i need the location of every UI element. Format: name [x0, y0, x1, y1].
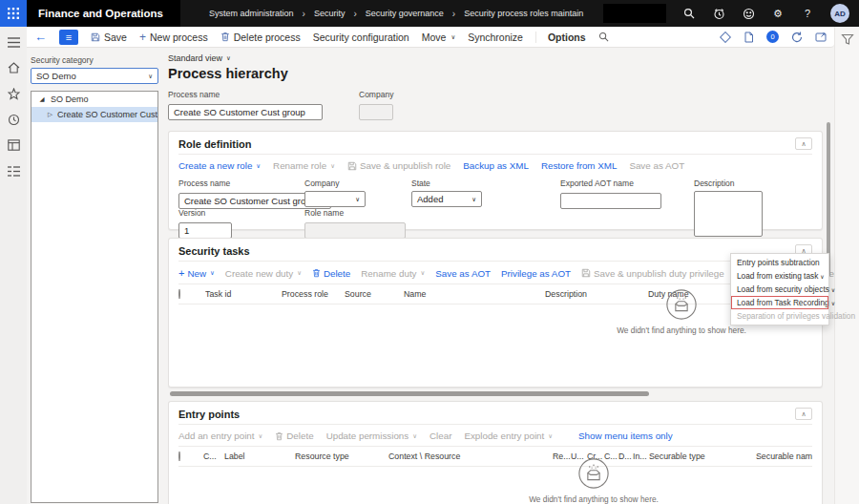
expand-menu-hamburger-icon[interactable]	[6, 34, 21, 50]
back-arrow-icon[interactable]: ←	[34, 30, 47, 44]
tree-expanded-icon[interactable]: ◢	[38, 95, 46, 103]
column-header[interactable]: Label	[224, 452, 295, 461]
add-an-entry-point-button[interactable]: Add an entry point∨	[178, 430, 262, 441]
tree-collapsed-icon[interactable]: ▷	[48, 111, 52, 118]
toolbar-search-icon[interactable]	[598, 32, 609, 42]
process-name-input[interactable]	[168, 104, 323, 120]
top-navigation-bar: Finance and Operations System administra…	[0, 0, 859, 27]
share-icon[interactable]	[720, 32, 731, 43]
column-header[interactable]: Resource type	[295, 452, 388, 461]
create-a-new-role-button[interactable]: Create a new role∨	[178, 160, 261, 171]
rename-duty-button[interactable]: Rename duty∨	[361, 268, 425, 279]
load-from-task-recording-menu-item[interactable]: Load from Task Recording∨	[731, 296, 828, 309]
backup-as-xml-button[interactable]: Backup as XML	[463, 160, 529, 171]
breadcrumb-item[interactable]: Security	[314, 9, 346, 18]
button-label: New	[187, 268, 206, 279]
update-permissions-button[interactable]: Update permissions∨	[326, 430, 417, 441]
action-pane-toolbar: ← ≡ Save + New process Delete process Se…	[27, 27, 834, 48]
app-title: Finance and Operations	[38, 8, 163, 19]
workspaces-icon[interactable]	[6, 137, 21, 153]
delete-process-button[interactable]: Delete process	[220, 32, 301, 43]
feedback-smiley-icon[interactable]	[742, 7, 755, 20]
security-configuration-button[interactable]: Security configuration	[313, 32, 409, 43]
exported-aot-name-input[interactable]	[560, 193, 661, 209]
role-definition-toolbar: Create a new role∨ Rename role∨ Save & u…	[178, 155, 812, 176]
notification-count-badge[interactable]: 0	[766, 31, 779, 43]
column-header[interactable]: Task id	[205, 289, 282, 299]
security-category-label: Security category	[31, 55, 158, 65]
delete-entry-point-button[interactable]: Delete	[275, 430, 313, 441]
entry-points-subtraction-menu-item[interactable]: Entry points subtraction	[731, 256, 828, 269]
plus-icon: +	[139, 31, 146, 44]
settings-gear-icon[interactable]: ⚙	[771, 7, 785, 20]
breadcrumb-item[interactable]: Security governance	[366, 9, 444, 18]
column-header[interactable]: Name	[404, 289, 545, 299]
security-category-select[interactable]: SO Demo ∨	[31, 68, 158, 84]
delete-task-button[interactable]: Delete	[312, 268, 350, 279]
chevron-down-icon: ∨	[421, 269, 426, 277]
description-textarea[interactable]	[694, 191, 763, 237]
refresh-icon[interactable]	[791, 32, 803, 43]
show-menu-items-only-button[interactable]: Show menu items only	[578, 430, 673, 441]
move-menu-button[interactable]: Move ∨	[422, 32, 455, 43]
state-select[interactable]: Added ∨	[411, 191, 482, 207]
tree-node-root[interactable]: ◢ SO Demo	[31, 92, 157, 107]
company-label: Company	[304, 178, 366, 188]
company-input	[359, 104, 393, 120]
clear-button[interactable]: Clear	[430, 430, 451, 441]
move-label: Move	[422, 32, 447, 43]
button-label: Explode entry point	[464, 430, 544, 441]
privilege-as-aot-button[interactable]: Privilege as AOT	[501, 268, 571, 279]
version-input[interactable]	[178, 222, 232, 239]
home-icon[interactable]	[6, 60, 21, 75]
search-icon[interactable]	[682, 7, 696, 20]
main-content: Standard view ∨ Process hierarchy Proces…	[168, 48, 823, 504]
load-from-existing-task-menu-item[interactable]: Load from existing task∨	[731, 269, 828, 283]
collapse-section-button[interactable]: ∧	[795, 137, 812, 150]
help-icon[interactable]: ?	[801, 7, 814, 20]
select-all-radio[interactable]	[178, 452, 180, 461]
column-header[interactable]: Process role	[282, 289, 345, 299]
column-header[interactable]: C...	[203, 452, 224, 461]
new-process-button[interactable]: + New process	[139, 31, 208, 44]
modules-menu-icon[interactable]	[6, 163, 21, 178]
save-button[interactable]: Save	[91, 32, 127, 43]
save-unpublish-duty-privilege-button[interactable]: Save & unpublish duty privilege	[581, 268, 724, 279]
separation-of-privileges-validation-menu-item[interactable]: Separation of privileges validation	[731, 309, 828, 323]
explode-entry-point-button[interactable]: Explode entry point∨	[464, 430, 553, 441]
task-save-as-aot-button[interactable]: Save as AOT	[435, 268, 491, 279]
grid-horizontal-scrollbar[interactable]	[170, 391, 649, 396]
user-avatar[interactable]: AD	[830, 4, 849, 23]
collapse-section-button[interactable]: ∧	[795, 408, 812, 420]
restore-from-xml-button[interactable]: Restore from XML	[541, 160, 618, 171]
security-tasks-toolbar: + New∨ Create new duty∨ Delete Rename du…	[178, 262, 812, 284]
app-title-box[interactable]: Finance and Operations	[27, 0, 180, 27]
select-all-radio[interactable]	[178, 289, 180, 299]
alerts-icon[interactable]	[712, 7, 725, 20]
button-label: Save as AOT	[629, 160, 684, 171]
action-pane-menu-button[interactable]: ≡	[59, 30, 78, 45]
rename-role-button[interactable]: Rename role∨	[273, 160, 335, 171]
recent-clock-icon[interactable]	[6, 112, 21, 127]
filter-funnel-icon[interactable]	[841, 32, 854, 46]
attachments-icon[interactable]	[744, 32, 754, 43]
breadcrumb-item[interactable]: System administration	[209, 9, 294, 18]
save-unpublish-role-button[interactable]: Save & unpublish role	[347, 160, 450, 171]
breadcrumb-item[interactable]: Security process roles maintain	[464, 9, 583, 18]
favorites-star-icon[interactable]	[6, 86, 21, 101]
expand-window-icon[interactable]	[815, 32, 827, 42]
synchronize-button[interactable]: Synchronize	[468, 32, 523, 43]
column-header[interactable]: Securable name	[756, 452, 812, 461]
app-launcher-waffle-icon[interactable]	[0, 0, 27, 27]
role-company-select[interactable]: ∨	[304, 191, 366, 207]
tree-node-child-selected[interactable]: ▷ Create SO Customer Cust group	[31, 107, 157, 122]
load-from-security-objects-menu-item[interactable]: Load from security objects∨	[731, 283, 828, 296]
view-selector[interactable]: Standard view ∨	[168, 53, 823, 63]
save-as-aot-button[interactable]: Save as AOT	[629, 160, 684, 171]
new-task-button[interactable]: + New∨	[178, 267, 215, 279]
options-menu-button[interactable]: Options	[535, 32, 586, 43]
chevron-down-icon: ∨	[210, 269, 215, 277]
chevron-down-icon: ∨	[471, 196, 476, 203]
create-new-duty-button[interactable]: Create new duty∨	[225, 268, 302, 279]
column-header[interactable]: Source	[345, 289, 404, 299]
